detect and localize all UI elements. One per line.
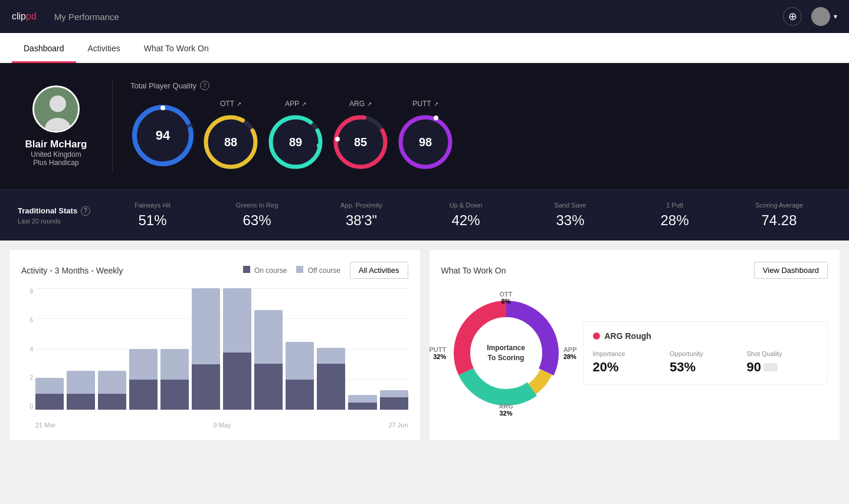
bar-on	[160, 380, 189, 410]
scoring-label: Scoring Average	[727, 202, 831, 209]
total-quality-circle: 94	[130, 103, 195, 168]
bar-group	[67, 288, 95, 410]
bar-group	[160, 288, 189, 410]
stats-help-icon[interactable]: ?	[81, 206, 90, 216]
bar-off	[286, 342, 314, 380]
putt-container: 98	[396, 113, 455, 172]
sandsave-label: Sand Save	[518, 202, 622, 209]
bar-group	[317, 288, 345, 410]
svg-point-1	[50, 95, 66, 112]
user-avatar-button[interactable]: ▾	[811, 7, 837, 26]
bar-on	[223, 353, 251, 410]
all-activities-button[interactable]: All Activities	[350, 262, 408, 279]
tab-dashboard[interactable]: Dashboard	[12, 33, 76, 63]
total-circle-container: 94	[130, 103, 195, 168]
bar-group	[286, 288, 314, 410]
greens-label: Greens In Reg	[205, 202, 309, 209]
bar-off	[380, 390, 408, 397]
tab-what-to-work-on[interactable]: What To Work On	[132, 33, 221, 63]
y-label-8: 8	[29, 288, 33, 295]
shot-quality-badge	[763, 363, 778, 371]
app-arrow-icon: ↗	[301, 101, 306, 107]
proximity-label: App. Proximity	[309, 202, 414, 209]
opportunity-label: Opportunity	[670, 350, 741, 357]
stat-greens: Greens In Reg 63%	[205, 202, 309, 229]
bottom-section: Activity - 3 Months - Weekly On course O…	[0, 241, 849, 450]
stats-label: Traditional Stats ?	[18, 206, 100, 216]
oneputt-value: 28%	[622, 212, 727, 229]
stats-label-group: Traditional Stats ? Last 20 rounds	[18, 206, 100, 225]
bar-off	[348, 395, 376, 402]
bar-on	[254, 364, 283, 410]
player-info: Blair McHarg United Kingdom Plus Handica…	[18, 85, 94, 167]
bar-group	[98, 288, 126, 410]
activity-chart-card: Activity - 3 Months - Weekly On course O…	[9, 250, 420, 440]
putt-circle: PUTT ↗ 98	[396, 100, 455, 172]
quality-help-icon[interactable]: ?	[200, 81, 209, 90]
plus-icon: ⊕	[788, 10, 797, 23]
tab-activities[interactable]: Activities	[76, 33, 132, 63]
svg-point-16	[434, 116, 438, 120]
bar-off	[317, 348, 345, 364]
add-button[interactable]: ⊕	[783, 7, 802, 26]
donut-chart-wrap: ImportanceTo Scoring OTT 8% ARG 32% APP …	[441, 288, 571, 418]
oneputt-label: 1 Putt	[622, 202, 727, 209]
work-detail-card: ARG Rough Importance 20% Opportunity 53%…	[583, 321, 828, 385]
hero-inner: Blair McHarg United Kingdom Plus Handica…	[18, 81, 831, 172]
ott-circle: OTT ↗ 88	[201, 100, 260, 172]
fairways-label: Fairways Hit	[100, 202, 205, 209]
donut-center: ImportanceTo Scoring	[487, 343, 525, 363]
bar-on	[286, 380, 314, 410]
stat-proximity: App. Proximity 38'3"	[309, 202, 414, 229]
scoring-value: 74.28	[727, 212, 831, 229]
chart-header: Activity - 3 Months - Weekly On course O…	[21, 262, 408, 279]
bar-group	[35, 288, 64, 410]
work-header: What To Work On View Dashboard	[441, 262, 828, 279]
bar-group	[129, 288, 158, 410]
divider	[112, 81, 113, 172]
stat-sandsave: Sand Save 33%	[518, 202, 622, 229]
player-avatar	[32, 85, 80, 133]
bar-off	[129, 349, 158, 380]
work-on-card: What To Work On View Dashboard Impor	[430, 250, 840, 440]
arg-value: 85	[354, 136, 367, 149]
bar-on	[98, 394, 126, 410]
bar-on	[35, 394, 64, 410]
stat-fairways: Fairways Hit 51%	[100, 202, 205, 229]
detail-importance: Importance 20%	[593, 350, 664, 375]
arg-donut-label: ARG 32%	[499, 403, 513, 417]
app-label: APP ↗	[285, 100, 306, 108]
arg-container: 85	[331, 113, 390, 172]
tabs-nav: Dashboard Activities What To Work On	[0, 33, 849, 63]
importance-label: Importance	[593, 350, 664, 357]
opportunity-value: 53%	[670, 360, 741, 375]
avatar	[811, 7, 830, 26]
ott-donut-label: OTT 8%	[500, 291, 513, 305]
detail-grid: Importance 20% Opportunity 53% Shot Qual…	[593, 350, 818, 375]
app-donut-label: APP 28%	[563, 346, 577, 360]
stats-sub: Last 20 rounds	[18, 218, 100, 225]
arg-circle: ARG ↗ 85	[331, 100, 390, 172]
quality-circles: 94 OTT ↗ 88	[130, 100, 831, 172]
bar-off	[223, 288, 251, 353]
bar-off	[98, 371, 126, 394]
quality-label: Total Player Quality ?	[130, 81, 831, 90]
header: clippd My Performance ⊕ ▾	[0, 0, 849, 33]
detail-shot-quality: Shot Quality 90	[747, 350, 818, 375]
chart-legend: On course Off course	[243, 266, 340, 275]
work-content: ImportanceTo Scoring OTT 8% ARG 32% APP …	[441, 288, 828, 418]
view-dashboard-button[interactable]: View Dashboard	[754, 262, 828, 279]
stats-row: Traditional Stats ? Last 20 rounds Fairw…	[0, 189, 849, 241]
chart-area: 8 6 4 2 0	[21, 288, 408, 424]
bar-on	[348, 403, 376, 410]
y-label-2: 2	[29, 374, 33, 381]
bar-off	[192, 288, 220, 364]
greens-value: 63%	[205, 212, 309, 229]
putt-arrow-icon: ↗	[434, 101, 438, 107]
svg-point-10	[317, 143, 322, 148]
quality-section: Total Player Quality ? 94	[130, 81, 831, 172]
bar-group	[223, 288, 251, 410]
app-container: 89	[266, 113, 325, 172]
chevron-down-icon: ▾	[834, 12, 837, 21]
detail-dot-icon	[593, 332, 600, 340]
